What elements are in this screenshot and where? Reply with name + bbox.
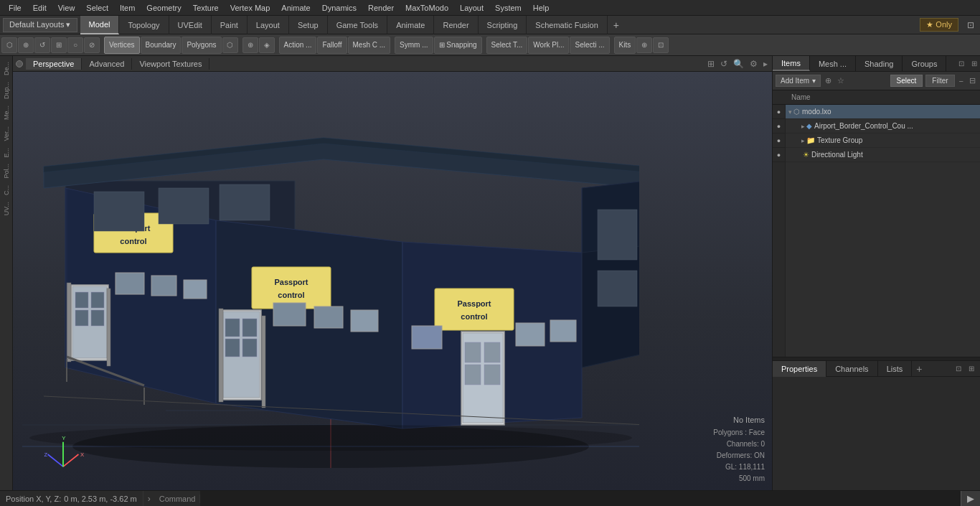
- falloff-button[interactable]: Falloff: [317, 37, 347, 54]
- vis-airport-border[interactable]: ●: [773, 119, 785, 133]
- viewport-navigate-icon[interactable]: ⊞: [706, 59, 716, 69]
- menu-system[interactable]: System: [489, 0, 527, 16]
- tb-icon-circle[interactable]: ○: [67, 37, 83, 53]
- no-items-text: No Items: [713, 414, 765, 427]
- maximize-button[interactable]: ⊡: [961, 18, 980, 32]
- command-submit-button[interactable]: ▶: [961, 491, 980, 507]
- layout-tab-model[interactable]: Model: [80, 16, 120, 34]
- tb-icon-cross[interactable]: ⊕: [18, 37, 34, 53]
- menu-texture[interactable]: Texture: [187, 0, 225, 16]
- viewport-tab-advanced[interactable]: Advanced: [82, 58, 132, 70]
- viewport-refresh-icon[interactable]: ↺: [719, 59, 729, 69]
- layout-tab-scripting[interactable]: Scripting: [479, 16, 527, 34]
- layout-tab-gametools[interactable]: Game Tools: [328, 16, 388, 34]
- layout-tab-uvedit[interactable]: UVEdit: [169, 16, 212, 34]
- menu-animate[interactable]: Animate: [275, 0, 316, 16]
- prop-expand-icon[interactable]: ⊞: [966, 363, 977, 374]
- rp-tab-shading[interactable]: Shading: [856, 56, 903, 71]
- layout-add-button[interactable]: +: [608, 17, 625, 33]
- prop-tab-channels[interactable]: Channels: [826, 361, 877, 377]
- prop-tab-properties[interactable]: Properties: [773, 361, 826, 377]
- sidebar-de[interactable]: De...: [1, 59, 11, 78]
- viewport-settings-icon[interactable]: ⚙: [748, 59, 759, 69]
- action-button[interactable]: Action ...: [279, 37, 317, 54]
- layout-tab-paint[interactable]: Paint: [212, 16, 248, 34]
- tb-icon-slash[interactable]: ⊘: [84, 37, 100, 53]
- sidebar-e[interactable]: E...: [1, 145, 11, 161]
- menu-vertex-map[interactable]: Vertex Map: [225, 0, 276, 16]
- prop-resize-icon[interactable]: ⊡: [953, 363, 964, 374]
- layout-tab-setup[interactable]: Setup: [289, 16, 328, 34]
- sidebar-pol[interactable]: Pol...: [1, 161, 11, 182]
- viewport-expand-icon[interactable]: ▸: [762, 59, 769, 69]
- tree-item-texture-group[interactable]: ▸ 📁 Texture Group: [786, 133, 980, 148]
- menu-select[interactable]: Select: [80, 0, 114, 16]
- menu-geometry[interactable]: Geometry: [141, 0, 187, 16]
- layout-tab-topology[interactable]: Topology: [119, 16, 169, 34]
- rp-select-button[interactable]: Select: [890, 75, 923, 87]
- work-plane-button[interactable]: Work Pl...: [528, 37, 569, 54]
- menu-view[interactable]: View: [52, 0, 81, 16]
- tb-icon-light[interactable]: ◈: [259, 37, 275, 53]
- viewport-zoom-icon[interactable]: 🔍: [732, 59, 745, 69]
- boundary-button[interactable]: Boundary: [141, 37, 182, 54]
- menu-maxtomodo[interactable]: MaxToModo: [400, 0, 454, 16]
- tb-icon-select-rect[interactable]: ⊞: [51, 37, 67, 53]
- prop-add-button[interactable]: +: [912, 362, 926, 376]
- sidebar-me[interactable]: Me...: [1, 103, 11, 123]
- vertices-button[interactable]: Vertices: [104, 37, 140, 54]
- viewport-canvas[interactable]: Passport control Passport control Passpo…: [13, 72, 772, 490]
- menu-file[interactable]: File: [3, 0, 27, 16]
- tb-icon-hex[interactable]: ⬡: [1, 37, 17, 53]
- tb-icon-arc[interactable]: ↺: [34, 37, 50, 53]
- sidebar-uv[interactable]: UV...: [1, 199, 11, 218]
- vis-directional-light[interactable]: ●: [773, 148, 785, 162]
- layout-tab-schematic[interactable]: Schematic Fusion: [527, 16, 607, 34]
- menu-render[interactable]: Render: [362, 0, 400, 16]
- layout-tab-render[interactable]: Render: [434, 16, 478, 34]
- rp-tab-resize-icon[interactable]: ⊡: [956, 58, 967, 69]
- tree-item-directional-light[interactable]: ☀ Directional Light: [786, 148, 980, 162]
- symm-button[interactable]: Symm ...: [395, 37, 433, 54]
- selecti-button[interactable]: Selecti ...: [570, 37, 609, 54]
- rp-arrow-icon[interactable]: ⊟: [968, 76, 977, 85]
- command-input[interactable]: [200, 491, 961, 507]
- polygons-button[interactable]: Polygons: [182, 37, 221, 54]
- rp-minus-icon[interactable]: −: [958, 77, 965, 85]
- select-preset-button[interactable]: Select T...: [486, 37, 528, 54]
- prop-tab-lists[interactable]: Lists: [878, 361, 913, 377]
- vis-modo-lxo[interactable]: ●: [773, 105, 785, 119]
- menu-item[interactable]: Item: [114, 0, 141, 16]
- tb-icon-globe2[interactable]: ⊕: [636, 37, 652, 53]
- rp-bookmark-icon[interactable]: ☆: [836, 76, 846, 85]
- layout-tab-animate[interactable]: Animate: [387, 16, 434, 34]
- rp-add-icon[interactable]: ⊕: [824, 76, 833, 85]
- kits-button[interactable]: Kits: [614, 37, 636, 54]
- sidebar-dup[interactable]: Dup...: [1, 79, 11, 102]
- tree-item-airport-border[interactable]: ▸ ◆ Airport_Border_Control_Cou ...: [786, 119, 980, 133]
- star-only-button[interactable]: ★ Only: [920, 18, 958, 32]
- viewport-tab-perspective[interactable]: Perspective: [26, 58, 82, 70]
- rp-tab-mesh[interactable]: Mesh ...: [810, 56, 856, 71]
- mesh-button[interactable]: Mesh C ...: [348, 37, 391, 54]
- menu-dynamics[interactable]: Dynamics: [316, 0, 362, 16]
- rp-tab-groups[interactable]: Groups: [903, 56, 946, 71]
- menu-layout[interactable]: Layout: [454, 0, 489, 16]
- add-item-button[interactable]: Add Item ▾: [776, 75, 821, 87]
- rp-tab-expand-icon[interactable]: ⊞: [969, 58, 980, 69]
- rp-tab-items[interactable]: Items: [773, 56, 810, 71]
- sidebar-c[interactable]: C...: [1, 182, 11, 198]
- sidebar-ver[interactable]: Ver...: [1, 123, 11, 144]
- layout-tab-layout[interactable]: Layout: [248, 16, 289, 34]
- viewport-tab-textures[interactable]: Viewport Textures: [132, 58, 209, 70]
- tb-poly-icon[interactable]: ⬡: [222, 37, 238, 53]
- tb-icon-globe[interactable]: ⊕: [242, 37, 258, 53]
- layout-dropdown[interactable]: Default Layouts ▾: [3, 18, 77, 32]
- tb-icon-max[interactable]: ⊡: [653, 37, 669, 53]
- snap-button[interactable]: ⊞ Snapping: [434, 37, 482, 54]
- menu-help[interactable]: Help: [527, 0, 555, 16]
- menu-edit[interactable]: Edit: [27, 0, 52, 16]
- vis-texture-group[interactable]: ●: [773, 133, 785, 148]
- rp-filter-button[interactable]: Filter: [925, 75, 954, 87]
- tree-item-modo-lxo[interactable]: ▾ ⬡ modo.lxo: [786, 105, 980, 119]
